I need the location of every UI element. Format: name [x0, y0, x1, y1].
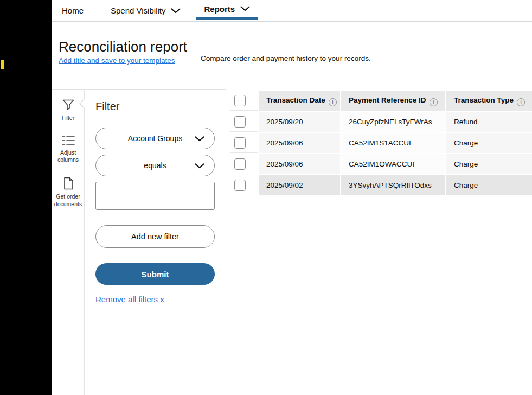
page-header: Reconciliation report Add title and save… — [52, 22, 532, 89]
row-checkbox[interactable] — [234, 158, 246, 170]
top-navigation: Home Spend Visibility Reports — [52, 0, 532, 22]
rail-filter-label: Filter — [62, 114, 74, 122]
row-checkbox[interactable] — [234, 116, 246, 128]
chevron-down-icon — [171, 8, 181, 14]
cell-transaction-type: Refund — [446, 112, 532, 132]
filter-heading: Filter — [95, 100, 215, 113]
table-row[interactable]: 2025/09/20 26CuyZpfzNELsTyFWrAs Refund — [230, 112, 532, 132]
content-row: Filter Adjust columns Get order document… — [52, 89, 532, 395]
cell-transaction-type: Charge — [446, 175, 532, 195]
nav-item-home[interactable]: Home — [62, 0, 84, 21]
rail-adjust-columns-label: Adjust columns — [52, 149, 84, 163]
info-icon[interactable]: i — [329, 98, 337, 106]
filter-field-select[interactable]: Account Groups — [95, 128, 215, 149]
column-header-transaction-type[interactable]: Transaction Typei — [446, 91, 532, 111]
info-icon[interactable]: i — [517, 98, 525, 106]
remove-all-filters-link[interactable]: Remove all filters x — [95, 295, 164, 304]
tool-rail: Filter Adjust columns Get order document… — [52, 89, 84, 395]
column-header-transaction-date[interactable]: Transaction Datei — [259, 91, 340, 111]
chevron-down-icon — [240, 6, 250, 11]
filter-operator-select[interactable]: equals — [95, 155, 215, 176]
nav-item-spend-visibility[interactable]: Spend Visibility — [111, 0, 181, 21]
select-all-cell — [230, 91, 258, 111]
row-checkbox[interactable] — [234, 137, 246, 149]
nav-reports-label: Reports — [204, 4, 235, 14]
submit-button[interactable]: Submit — [95, 263, 215, 285]
chevron-down-icon — [195, 163, 204, 169]
cell-transaction-date: 2025/09/06 — [259, 154, 340, 174]
save-template-link[interactable]: Add title and save to your templates — [59, 56, 175, 65]
select-all-checkbox[interactable] — [234, 95, 246, 106]
cell-transaction-date: 2025/09/20 — [259, 112, 340, 132]
rail-item-get-order-documents[interactable]: Get order documents — [52, 176, 84, 207]
table-row[interactable]: 2025/09/06 CA52IM1OWACCUI Charge — [230, 154, 532, 174]
results-table-area: Transaction Datei Payment Reference IDi … — [226, 89, 532, 395]
yellow-position-marker — [1, 60, 4, 69]
add-new-filter-button[interactable]: Add new filter — [95, 225, 215, 248]
column-header-payment-reference-id[interactable]: Payment Reference IDi — [341, 91, 445, 111]
nav-item-reports[interactable]: Reports — [196, 0, 258, 20]
filter-operator-value: equals — [144, 161, 166, 170]
table-header-row: Transaction Datei Payment Reference IDi … — [230, 91, 532, 111]
divider — [85, 254, 226, 254]
nav-home-label: Home — [62, 6, 84, 15]
cell-transaction-date: 2025/09/06 — [259, 133, 340, 153]
rail-item-adjust-columns[interactable]: Adjust columns — [52, 135, 84, 163]
collapsed-side-rail — [0, 0, 52, 395]
cell-transaction-date: 2025/09/02 — [259, 175, 340, 195]
main-area: Home Spend Visibility Reports Reconcilia… — [52, 0, 532, 395]
divider — [85, 220, 226, 220]
cell-transaction-type: Charge — [446, 154, 532, 174]
filter-value-input[interactable] — [95, 182, 215, 210]
transactions-table: Transaction Datei Payment Reference IDi … — [229, 90, 532, 196]
page-title: Reconciliation report — [59, 39, 187, 55]
filter-field-value: Account Groups — [128, 134, 182, 143]
filter-panel: Filter Account Groups equals Add new fil… — [84, 89, 226, 395]
cell-transaction-type: Charge — [446, 133, 532, 153]
row-checkbox[interactable] — [234, 180, 246, 191]
rail-item-filter[interactable]: Filter — [52, 98, 84, 122]
nav-spend-label: Spend Visibility — [111, 6, 165, 15]
page-description: Compare order and payment history to you… — [201, 54, 371, 62]
table-row[interactable]: 2025/09/06 CA52IM1S1ACCUI Charge — [230, 133, 532, 153]
cell-payment-reference-id: 26CuyZpfzNELsTyFWrAs — [341, 112, 445, 132]
document-icon — [62, 176, 75, 190]
cell-payment-reference-id: 3YSvyhAPTSQrRIlTOdxs — [341, 175, 445, 195]
cell-payment-reference-id: CA52IM1S1ACCUI — [341, 133, 445, 153]
rail-get-order-documents-label: Get order documents — [52, 193, 84, 207]
table-row[interactable]: 2025/09/02 3YSvyhAPTSQrRIlTOdxs Charge — [230, 175, 532, 195]
adjust-columns-icon — [61, 135, 76, 146]
info-icon[interactable]: i — [430, 98, 438, 106]
cell-payment-reference-id: CA52IM1OWACCUI — [341, 154, 445, 174]
funnel-icon — [61, 98, 75, 112]
chevron-down-icon — [195, 136, 204, 142]
